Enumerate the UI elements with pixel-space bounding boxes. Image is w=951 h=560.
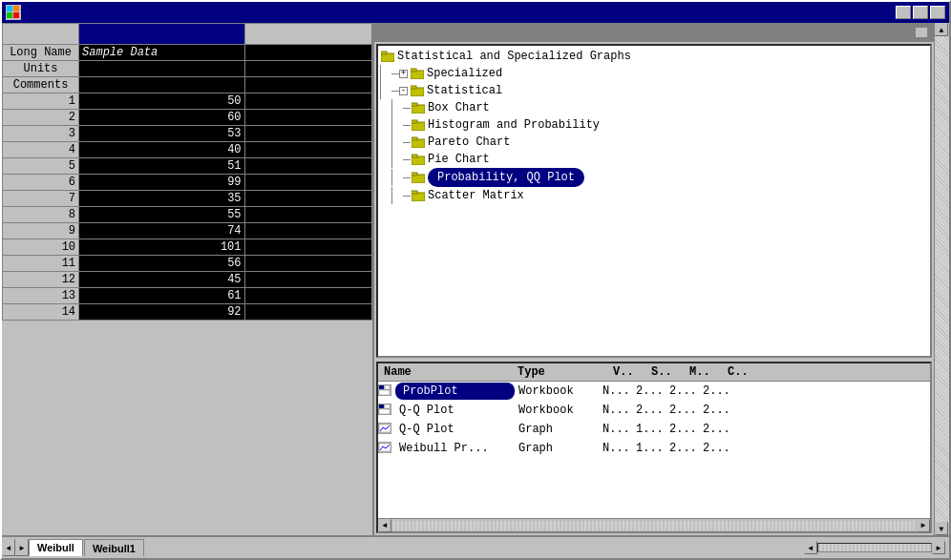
col-b-header[interactable] [244, 24, 371, 45]
app-icon [6, 5, 21, 20]
tree-label-probability: Probability, QQ Plot [428, 168, 584, 187]
folder-icon-scatter [411, 189, 426, 202]
vscroll-up-btn[interactable]: ▲ [935, 23, 948, 36]
cell-b-4[interactable] [244, 110, 371, 126]
details-row-probplot[interactable]: ProbPlot Workbook N... 2... 2... 2... [378, 382, 930, 401]
sheet-tab-weibull[interactable]: Weibull [29, 539, 83, 556]
cell-b-12[interactable] [244, 239, 371, 256]
tree-item-scatter[interactable]: Scatter Matrix [380, 187, 928, 204]
cell-b-6[interactable] [244, 142, 371, 158]
sheet-tab-weibull1[interactable]: Weibull1 [84, 539, 144, 556]
folder-icon-histogram [411, 118, 426, 132]
bottom-hscroll-left[interactable]: ◄ [804, 541, 817, 554]
cell-a-3[interactable]: 50 [79, 93, 244, 110]
tree-item-box-chart[interactable]: Box Chart [380, 99, 928, 116]
close-button[interactable] [930, 6, 945, 19]
tree-item-probability[interactable]: Probability, QQ Plot [380, 168, 928, 187]
tree-label-histogram: Histogram and Probability [428, 116, 600, 134]
tree-item-specialized[interactable]: + Specialized [380, 65, 928, 82]
folder-icon-pie [411, 153, 426, 166]
vscroll-down-btn[interactable]: ▼ [935, 522, 948, 535]
cell-b-11[interactable] [244, 223, 371, 239]
tree-item-pareto[interactable]: Pareto Chart [380, 134, 928, 151]
tab-prev-btn[interactable]: ◄ [2, 539, 15, 556]
row-header-9: 7 [3, 191, 79, 207]
cell-b-10[interactable] [244, 207, 371, 223]
cell-a-7[interactable]: 51 [79, 158, 244, 175]
explorer-close-button[interactable] [915, 27, 928, 38]
cell-b-16[interactable] [244, 304, 371, 321]
cell-a-1[interactable] [79, 61, 244, 77]
tree-label-pareto: Pareto Chart [428, 134, 510, 151]
details-v-probplot: N... [601, 383, 634, 400]
cell-a-12[interactable]: 101 [79, 239, 244, 256]
details-row-qqplot-g[interactable]: Q-Q Plot Graph N... 1... 2... 2... [378, 420, 930, 439]
tree-label-box-chart: Box Chart [428, 99, 490, 116]
bottom-hscrollbar[interactable]: ◄ ► [804, 541, 945, 554]
cell-a-11[interactable]: 74 [79, 223, 244, 239]
svg-rect-5 [381, 52, 387, 54]
cell-a-8[interactable]: 99 [79, 175, 244, 191]
hscroll-right[interactable]: ► [917, 519, 930, 532]
vscroll-track [935, 36, 949, 522]
details-c-probplot: 2... [701, 383, 734, 400]
svg-rect-21 [412, 191, 417, 194]
cell-b-2[interactable] [244, 77, 371, 93]
folder-icon-probability [411, 171, 426, 184]
hscroll-left[interactable]: ◄ [378, 519, 391, 532]
svg-rect-1 [13, 6, 19, 11]
cell-b-1[interactable] [244, 61, 371, 77]
row-header-11: 9 [3, 223, 79, 239]
details-col-v: V.. [609, 365, 647, 379]
cell-a-10[interactable]: 55 [79, 207, 244, 223]
cell-b-5[interactable] [244, 126, 371, 142]
maximize-button[interactable] [913, 6, 928, 19]
details-c-qqplot-wb: 2... [701, 402, 734, 419]
row-header-1: Units [3, 61, 79, 77]
details-row-qqplot-wb[interactable]: Q-Q Plot Workbook N... 2... 2... 2... [378, 401, 930, 420]
minimize-button[interactable] [896, 6, 911, 19]
details-hscrollbar[interactable]: ◄ ► [378, 518, 930, 531]
col-a-header[interactable] [79, 24, 244, 45]
tree-item-pie[interactable]: Pie Chart [380, 151, 928, 168]
cell-a-14[interactable]: 45 [79, 272, 244, 288]
hscroll-track [391, 521, 917, 530]
cell-b-15[interactable] [244, 288, 371, 304]
cell-b-8[interactable] [244, 175, 371, 191]
folder-icon-box-chart [411, 101, 426, 114]
cell-a-13[interactable]: 56 [79, 256, 244, 272]
svg-rect-3 [13, 12, 19, 18]
cell-a-4[interactable]: 60 [79, 110, 244, 126]
bottom-hscroll-right[interactable]: ► [932, 541, 945, 554]
details-area: Name Type V.. S.. M.. C.. [376, 362, 932, 533]
cell-b-0[interactable] [244, 45, 371, 61]
details-row-weibull[interactable]: Weibull Pr... Graph N... 1... 2... 2... [378, 439, 930, 458]
cell-a-16[interactable]: 92 [79, 304, 244, 321]
details-s-qqplot-wb: 2... [634, 402, 667, 419]
svg-rect-28 [385, 404, 390, 408]
corner-header [3, 24, 79, 45]
tree-item-statistical[interactable]: - Statistical [380, 82, 928, 99]
cell-a-2[interactable] [79, 77, 244, 93]
cell-b-7[interactable] [244, 158, 371, 175]
details-m-qqplot-wb: 2... [667, 402, 701, 419]
tree-label-root: Statistical and Specialized Graphs [397, 48, 631, 65]
tab-next-btn[interactable]: ► [15, 539, 29, 556]
row-header-15: 13 [3, 288, 79, 304]
cell-a-6[interactable]: 40 [79, 142, 244, 158]
cell-b-9[interactable] [244, 191, 371, 207]
cell-a-15[interactable]: 61 [79, 288, 244, 304]
sheet-tab-weibull1-label: Weibull1 [93, 543, 136, 554]
svg-rect-15 [412, 137, 417, 140]
tree-item-histogram[interactable]: Histogram and Probability [380, 116, 928, 134]
expand-icon-specialized[interactable]: + [399, 70, 408, 78]
expand-icon-statistical[interactable]: - [399, 87, 408, 95]
cell-b-13[interactable] [244, 256, 371, 272]
details-col-type: Type [514, 365, 609, 379]
cell-b-14[interactable] [244, 272, 371, 288]
cell-a-9[interactable]: 35 [79, 191, 244, 207]
cell-a-0[interactable]: Sample Data [79, 45, 244, 61]
cell-a-5[interactable]: 53 [79, 126, 244, 142]
svg-rect-24 [385, 385, 390, 389]
cell-b-3[interactable] [244, 93, 371, 110]
